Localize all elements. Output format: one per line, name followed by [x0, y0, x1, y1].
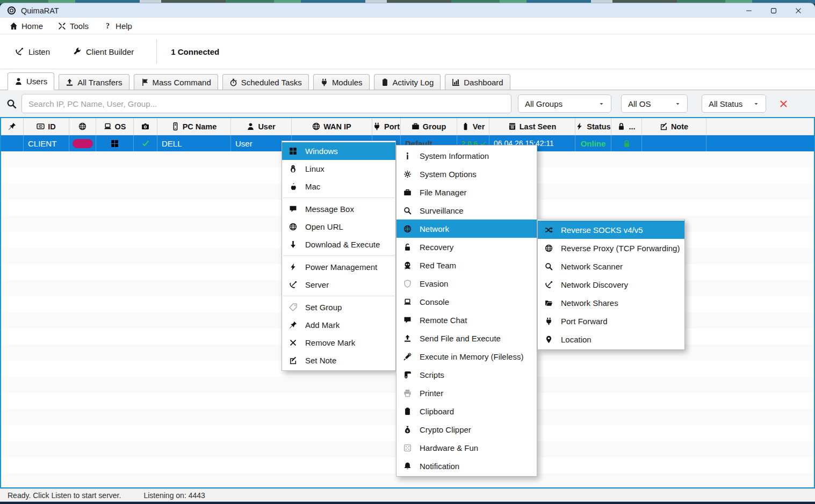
menu-item-label: Windows: [305, 147, 338, 156]
menu-item-windows[interactable]: Windows: [282, 142, 395, 160]
column-header-pin[interactable]: [1, 118, 24, 135]
column-header-group[interactable]: Group: [401, 118, 457, 135]
menu-item-console[interactable]: Console: [396, 293, 537, 311]
menu-item-port-forward[interactable]: Port Forward: [538, 312, 684, 330]
menu-item-reverse-socks-v4-v5[interactable]: Reverse SOCKS v4/v5: [538, 221, 684, 239]
toolbar-button-client-builder[interactable]: Client Builder: [73, 47, 134, 56]
column-label: Port: [384, 122, 400, 131]
menu-item-message-box[interactable]: Message Box: [282, 200, 395, 218]
search-input[interactable]: [21, 94, 511, 113]
menu-item-red-team[interactable]: Red Team: [396, 256, 537, 274]
menu-item-send-file-and-execute[interactable]: Send File and Execute: [396, 329, 537, 347]
column-header-port[interactable]: Port: [372, 118, 401, 135]
menu-item-file-manager[interactable]: File Manager: [396, 183, 537, 201]
tab-dashboard[interactable]: Dashboard: [445, 74, 510, 90]
tab-all-transfers[interactable]: All Transfers: [59, 74, 129, 90]
briefcase-icon: [412, 122, 420, 130]
column-header-id[interactable]: IDID: [24, 118, 69, 135]
menu-item-clipboard[interactable]: Clipboard: [396, 402, 537, 420]
menu-item-execute-in-memory-fileless[interactable]: Execute in Memory (Fileless): [396, 347, 537, 366]
minimize-button[interactable]: [737, 3, 761, 18]
column-header-os[interactable]: OS: [96, 118, 134, 135]
menu-item-label: Location: [561, 335, 592, 344]
os-filter-select[interactable]: All OS: [621, 94, 688, 113]
menu-item-evasion[interactable]: Evasion: [396, 274, 537, 293]
menu-item-add-mark[interactable]: Add Mark: [282, 316, 395, 334]
menu-item-set-group[interactable]: Set Group: [282, 298, 395, 316]
menu-item-crypto-clipper[interactable]: $Crypto Clipper: [396, 420, 537, 439]
column-header-wan_ip[interactable]: WAN IP: [292, 118, 372, 135]
menu-item-remote-chat[interactable]: Remote Chat: [396, 311, 537, 329]
tab-activity-log[interactable]: Activity Log: [374, 74, 441, 90]
stopwatch-icon: [229, 78, 237, 86]
menu-item-download-execute[interactable]: Download & Execute: [282, 236, 395, 253]
column-header-note[interactable]: Note: [642, 118, 706, 135]
lock-icon: [617, 122, 625, 130]
menu-item-label: Mac: [305, 182, 320, 191]
tab-label: Dashboard: [464, 78, 503, 87]
down-arrow-icon: [289, 240, 301, 249]
windows-logo-icon: [289, 147, 301, 155]
menu-item-network-discovery[interactable]: Network Discovery: [538, 275, 684, 294]
tab-scheduled-tasks[interactable]: Scheduled Tasks: [222, 74, 309, 90]
filter-bar: All Groups All OS All Status: [0, 90, 815, 117]
menu-item-remove-mark[interactable]: Remove Mark: [282, 334, 395, 352]
menubar-item-help[interactable]: ?Help: [104, 21, 132, 31]
menu-item-printer[interactable]: Printer: [396, 384, 537, 402]
globe-icon: [403, 225, 415, 233]
menu-item-system-information[interactable]: System Information: [396, 147, 537, 165]
menu-item-scripts[interactable]: Scripts: [396, 366, 537, 384]
tab-mass-command[interactable]: Mass Command: [134, 74, 218, 90]
menu-item-network[interactable]: Network: [396, 220, 537, 238]
menu-item-open-url[interactable]: Open URL: [282, 218, 395, 236]
column-header-ver[interactable]: Ver: [457, 118, 489, 135]
menu-item-notification[interactable]: Notification: [396, 457, 537, 475]
column-header-flag[interactable]: [69, 118, 96, 135]
menu-item-hardware-fun[interactable]: Hardware & Fun: [396, 439, 537, 457]
column-header-lock[interactable]: ...: [611, 118, 642, 135]
maximize-button[interactable]: [761, 3, 786, 18]
column-label: ID: [48, 122, 56, 131]
menu-item-server[interactable]: Server: [282, 276, 395, 294]
menu-item-label: Crypto Clipper: [420, 425, 471, 434]
column-header-status[interactable]: Status: [575, 118, 611, 135]
menu-item-power-management[interactable]: Power Management: [282, 258, 395, 276]
menu-item-label: File Manager: [420, 188, 467, 197]
clear-filters-button[interactable]: [779, 99, 788, 108]
syringe-icon: [403, 353, 415, 361]
menu-item-network-scanner[interactable]: Network Scanner: [538, 257, 684, 275]
menu-item-linux[interactable]: Linux: [282, 160, 395, 178]
lightning-icon: [289, 263, 301, 271]
folder-open-icon: [545, 299, 557, 307]
menu-item-reverse-proxy-tcp-forwarding[interactable]: Reverse Proxy (TCP Forwarding): [538, 239, 684, 257]
menu-item-system-options[interactable]: System Options: [396, 165, 537, 183]
status-filter-select[interactable]: All Status: [702, 94, 766, 113]
tab-users[interactable]: Users: [8, 72, 54, 90]
menu-item-recovery[interactable]: Recovery: [396, 238, 537, 256]
column-header-last_seen[interactable]: Last Seen: [489, 118, 575, 135]
tab-modules[interactable]: Modules: [313, 74, 370, 90]
tab-label: Activity Log: [393, 78, 434, 87]
column-label: Note: [671, 122, 688, 131]
close-button[interactable]: [786, 3, 811, 18]
groups-filter-select[interactable]: All Groups: [518, 94, 611, 113]
menubar-item-home[interactable]: Home: [10, 21, 43, 31]
menu-item-set-note[interactable]: Set Note: [282, 352, 395, 369]
svg-text:?: ?: [106, 22, 110, 30]
menubar-item-tools[interactable]: Tools: [58, 21, 89, 31]
menu-item-label: Message Box: [305, 204, 354, 214]
toolbar-button-listen[interactable]: Listen: [15, 47, 50, 56]
menu-item-label: Notification: [420, 462, 459, 471]
menu-item-surveillance[interactable]: Surveillance: [396, 201, 537, 220]
status-bar: Ready. Click Listen to start server. Lis…: [0, 488, 815, 501]
menu-item-location[interactable]: Location: [538, 330, 684, 348]
laptop-icon: [403, 298, 415, 306]
column-header-pc_name[interactable]: PC Name: [157, 118, 231, 135]
table-header-row: IDIDOSPC NameUserWAN IPPortGroupVerLast …: [1, 118, 814, 135]
column-header-user[interactable]: User: [231, 118, 292, 135]
menu-item-mac[interactable]: Mac: [282, 178, 395, 195]
tab-label: All Transfers: [77, 78, 122, 87]
column-header-filler[interactable]: [706, 118, 814, 135]
menu-item-network-shares[interactable]: Network Shares: [538, 294, 684, 312]
column-header-cam[interactable]: [134, 118, 157, 135]
